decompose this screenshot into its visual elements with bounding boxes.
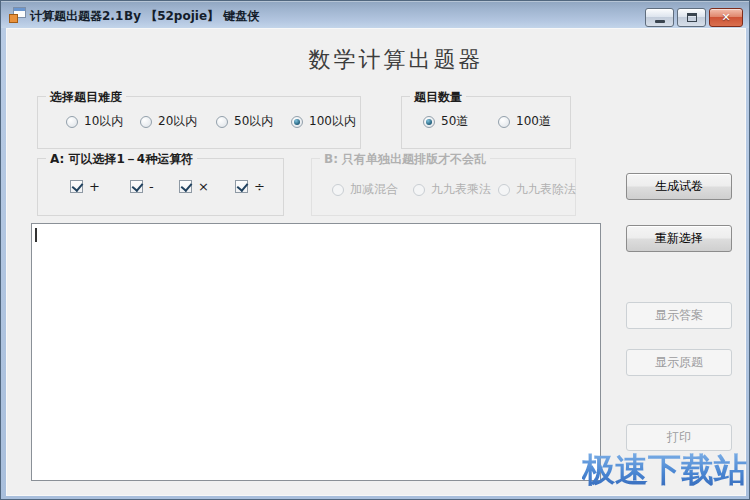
- window-byline: By 【52pojie】 键盘侠: [124, 8, 259, 25]
- print-button: 打印: [626, 424, 732, 451]
- radio-label: 加减混合: [350, 181, 398, 198]
- close-button[interactable]: ✕: [709, 8, 743, 27]
- special-mode-group-label: B: 只有单独出题排版才不会乱: [320, 151, 490, 168]
- title-bar: 计算题出题器2.1 By 【52pojie】 键盘侠 ✕: [1, 1, 750, 28]
- radio-icon: [413, 184, 425, 196]
- radio-within-20[interactable]: 20以内: [140, 113, 197, 130]
- page-title: 数学计算出题器: [1, 45, 750, 75]
- radio-icon: [498, 184, 510, 196]
- window-title: 计算题出题器2.1: [30, 8, 123, 25]
- checkbox-label: ×: [198, 179, 209, 194]
- show-answers-button: 显示答案: [626, 302, 732, 329]
- special-mode-group: B: 只有单独出题排版才不会乱 加减混合 九九表乘法 九九表除法: [311, 158, 576, 216]
- radio-50-questions[interactable]: 50道: [423, 113, 468, 130]
- checkbox-label: ÷: [254, 179, 265, 194]
- question-count-group-label: 题目数量: [410, 89, 466, 106]
- checkbox-label: +: [89, 179, 100, 194]
- checkbox-divide[interactable]: ÷: [235, 179, 265, 194]
- difficulty-group-label: 选择题目难度: [46, 89, 126, 106]
- checkbox-label: -: [149, 179, 154, 194]
- radio-within-50[interactable]: 50以内: [216, 113, 273, 130]
- download-site-watermark: 极速下载站: [582, 448, 747, 493]
- checkbox-multiply[interactable]: ×: [179, 179, 209, 194]
- checkbox-plus[interactable]: +: [70, 179, 100, 194]
- radio-label: 50道: [441, 113, 468, 130]
- operators-group-label: A: 可以选择1－4种运算符: [46, 151, 197, 168]
- radio-icon: [66, 116, 78, 128]
- maximize-button[interactable]: [677, 8, 706, 27]
- checkbox-icon: [130, 180, 143, 193]
- output-textbox[interactable]: [31, 223, 601, 481]
- reselect-button[interactable]: 重新选择: [626, 225, 732, 252]
- radio-division-table: 九九表除法: [498, 181, 576, 198]
- radio-100-questions[interactable]: 100道: [498, 113, 551, 130]
- difficulty-group: 选择题目难度 10以内 20以内 50以内 100以内: [37, 96, 361, 149]
- radio-label: 50以内: [234, 113, 273, 130]
- app-window: 计算题出题器2.1 By 【52pojie】 键盘侠 ✕ 数学计算出题器 选择题…: [0, 0, 750, 500]
- radio-label: 20以内: [158, 113, 197, 130]
- text-caret: [35, 228, 37, 242]
- checkbox-icon: [179, 180, 192, 193]
- generate-paper-button[interactable]: 生成试卷: [626, 173, 732, 200]
- close-icon: ✕: [710, 9, 742, 26]
- radio-icon: [291, 116, 303, 128]
- radio-within-10[interactable]: 10以内: [66, 113, 123, 130]
- radio-multiplication-table: 九九表乘法: [413, 181, 491, 198]
- radio-icon: [140, 116, 152, 128]
- app-icon-orange-shape: [9, 14, 18, 23]
- minimize-icon: [655, 20, 665, 23]
- operators-group: A: 可以选择1－4种运算符 + - × ÷: [37, 158, 284, 216]
- radio-label: 100道: [516, 113, 551, 130]
- checkbox-icon: [70, 180, 83, 193]
- maximize-icon: [687, 13, 697, 22]
- radio-icon: [216, 116, 228, 128]
- radio-label: 九九表除法: [516, 181, 576, 198]
- app-icon: [9, 7, 26, 23]
- checkbox-minus[interactable]: -: [130, 179, 154, 194]
- radio-icon: [423, 116, 435, 128]
- radio-label: 九九表乘法: [431, 181, 491, 198]
- minimize-button[interactable]: [645, 8, 674, 27]
- radio-icon: [332, 184, 344, 196]
- radio-label: 10以内: [84, 113, 123, 130]
- radio-label: 100以内: [309, 113, 356, 130]
- radio-icon: [498, 116, 510, 128]
- radio-within-100[interactable]: 100以内: [291, 113, 356, 130]
- radio-mixed-add-subtract: 加减混合: [332, 181, 398, 198]
- checkbox-icon: [235, 180, 248, 193]
- show-original-button: 显示原题: [626, 349, 732, 376]
- question-count-group: 题目数量 50道 100道: [401, 96, 571, 149]
